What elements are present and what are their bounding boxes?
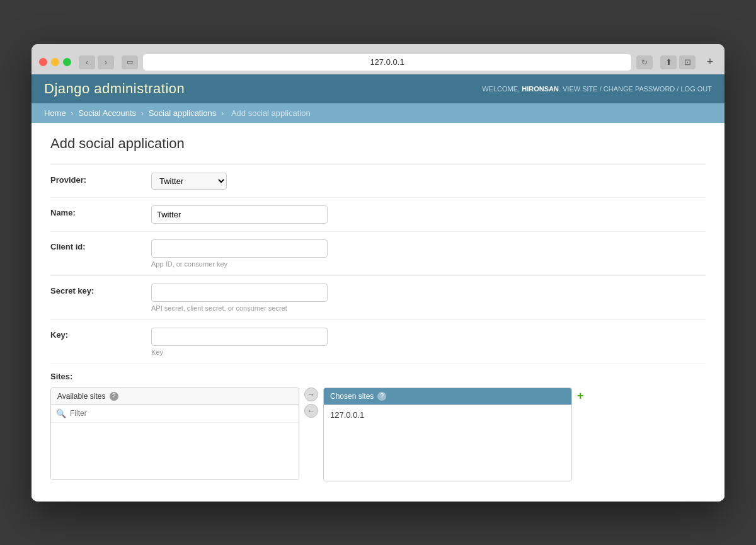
key-input[interactable]: [151, 328, 328, 346]
main-content: Add social application Provider: Amazon …: [32, 123, 724, 502]
browser-chrome: ‹ › ▭ ↻ ⬆ ⊡ +: [32, 44, 724, 74]
breadcrumb-home[interactable]: Home: [44, 108, 66, 118]
chosen-sites-help-icon[interactable]: ?: [377, 392, 386, 401]
sites-section: Sites: Available sites ? 🔍: [50, 364, 706, 489]
available-sites-help-icon[interactable]: ?: [110, 392, 118, 401]
tab-view-button[interactable]: ⊡: [679, 55, 696, 69]
breadcrumb: Home › Social Accounts › Social applicat…: [32, 103, 724, 123]
forward-button[interactable]: ›: [98, 55, 114, 69]
available-sites-title: Available sites: [57, 392, 106, 401]
breadcrumb-sep3: ›: [221, 108, 224, 118]
welcome-text: WELCOME,: [482, 85, 520, 93]
client-id-row: Client id: App ID, or consumer key: [50, 231, 706, 275]
django-admin: Django administration WELCOME, HIRONSAN.…: [32, 74, 724, 502]
chosen-site-item[interactable]: 127.0.0.1: [324, 408, 571, 422]
key-row: Key: Key: [50, 319, 706, 364]
change-password-link[interactable]: CHANGE PASSWORD: [604, 85, 675, 93]
breadcrumb-current: Add social application: [231, 108, 311, 118]
chosen-sites-title: Chosen sites: [330, 392, 374, 401]
filter-wrapper: 🔍: [51, 405, 299, 423]
refresh-button[interactable]: ↻: [636, 55, 653, 69]
breadcrumb-social-accounts[interactable]: Social Accounts: [78, 108, 136, 118]
breadcrumb-sep2: ›: [141, 108, 144, 118]
sep1: /: [600, 85, 602, 93]
selector-arrows: → ←: [299, 387, 323, 418]
traffic-lights: [39, 58, 71, 66]
page-title: Add social application: [50, 135, 706, 152]
chosen-sites-header: Chosen sites ?: [324, 388, 571, 405]
secret-key-help: API secret, client secret, or consumer s…: [151, 304, 706, 312]
url-bar[interactable]: [143, 54, 631, 71]
provider-row: Provider: Amazon Dropbox Facebook GitHub…: [50, 164, 706, 197]
name-row: Name:: [50, 197, 706, 231]
key-help: Key: [151, 348, 706, 356]
available-sites-box: Available sites ? 🔍: [50, 387, 299, 480]
key-field: Key: [151, 328, 706, 356]
client-id-field: App ID, or consumer key: [151, 239, 706, 268]
available-sites-list: [51, 423, 299, 479]
name-label: Name:: [50, 205, 151, 217]
maximize-button[interactable]: [63, 58, 71, 66]
move-right-button[interactable]: →: [304, 387, 318, 401]
django-logo: Django administration: [44, 81, 185, 97]
sites-label: Sites:: [50, 372, 706, 381]
name-input[interactable]: [151, 205, 328, 224]
django-header: Django administration WELCOME, HIRONSAN.…: [32, 74, 724, 103]
filter-input[interactable]: [70, 409, 294, 418]
secret-key-input[interactable]: [151, 284, 328, 302]
provider-select[interactable]: Amazon Dropbox Facebook GitHub Google In…: [151, 173, 227, 190]
user-info: WELCOME, HIRONSAN. VIEW SITE / CHANGE PA…: [482, 85, 712, 93]
add-all-button[interactable]: +: [572, 387, 589, 401]
chosen-sites-box: Chosen sites ? 127.0.0.1: [323, 387, 572, 481]
username: HIRONSAN: [522, 85, 559, 93]
secret-key-row: Secret key: API secret, client secret, o…: [50, 275, 706, 319]
chosen-sites-list: 127.0.0.1: [324, 405, 571, 481]
available-sites-header: Available sites ?: [51, 388, 299, 405]
key-label: Key:: [50, 328, 151, 340]
share-button[interactable]: ⬆: [660, 55, 677, 69]
breadcrumb-sep1: ›: [71, 108, 73, 118]
close-button[interactable]: [39, 58, 47, 66]
client-id-label: Client id:: [50, 239, 151, 251]
secret-key-field: API secret, client secret, or consumer s…: [151, 284, 706, 312]
provider-label: Provider:: [50, 173, 151, 185]
client-id-input[interactable]: [151, 239, 328, 258]
move-left-button[interactable]: ←: [304, 404, 318, 418]
nav-buttons: ‹ ›: [79, 55, 114, 69]
back-button[interactable]: ‹: [79, 55, 95, 69]
sidebar-button[interactable]: ▭: [122, 55, 138, 69]
breadcrumb-social-applications[interactable]: Social applications: [149, 108, 217, 118]
new-tab-button[interactable]: +: [703, 55, 717, 69]
provider-field: Amazon Dropbox Facebook GitHub Google In…: [151, 173, 706, 190]
search-icon: 🔍: [56, 409, 66, 418]
sep2: /: [677, 85, 679, 93]
view-site-link[interactable]: VIEW SITE: [563, 85, 598, 93]
secret-key-label: Secret key:: [50, 284, 151, 295]
sites-widgets: Available sites ? 🔍 → ←: [50, 387, 706, 481]
logout-link[interactable]: LOG OUT: [680, 85, 712, 93]
minimize-button[interactable]: [51, 58, 59, 66]
browser-actions: ⬆ ⊡: [660, 55, 696, 69]
client-id-help: App ID, or consumer key: [151, 260, 706, 268]
browser-window: ‹ › ▭ ↻ ⬆ ⊡ + Django administration WELC…: [32, 44, 724, 502]
name-field: [151, 205, 706, 224]
